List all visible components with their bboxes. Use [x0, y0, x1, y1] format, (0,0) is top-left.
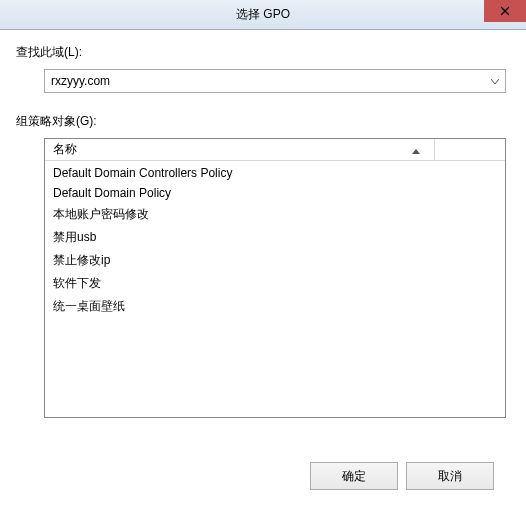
- chevron-down-icon: [491, 76, 499, 87]
- gpo-listbox[interactable]: 名称 Default Domain Controllers Policy Def…: [44, 138, 506, 418]
- gpo-item[interactable]: 软件下发: [45, 272, 505, 295]
- gpo-item[interactable]: 禁用usb: [45, 226, 505, 249]
- sort-ascending-icon: [412, 143, 420, 157]
- gpo-item[interactable]: 禁止修改ip: [45, 249, 505, 272]
- domain-label: 查找此域(L):: [16, 44, 510, 61]
- button-row: 确定 取消: [16, 462, 510, 490]
- gpo-item[interactable]: 本地账户密码修改: [45, 203, 505, 226]
- gpo-item[interactable]: Default Domain Policy: [45, 183, 505, 203]
- titlebar: 选择 GPO: [0, 0, 526, 30]
- close-button[interactable]: [484, 0, 526, 22]
- gpo-item[interactable]: Default Domain Controllers Policy: [45, 163, 505, 183]
- dialog-content: 查找此域(L): rxzyyy.com 组策略对象(G): 名称 Default…: [0, 30, 526, 504]
- gpo-section: 组策略对象(G): 名称 Default Domain Controllers …: [16, 113, 510, 418]
- close-icon: [500, 6, 510, 16]
- gpo-items: Default Domain Controllers Policy Defaul…: [45, 161, 505, 320]
- gpo-label: 组策略对象(G):: [16, 113, 510, 130]
- column-header-name-text: 名称: [53, 141, 77, 158]
- cancel-button[interactable]: 取消: [406, 462, 494, 490]
- window-title: 选择 GPO: [236, 6, 290, 23]
- domain-section: 查找此域(L): rxzyyy.com: [16, 44, 510, 93]
- column-header-blank: [435, 139, 505, 160]
- gpo-list-header: 名称: [45, 139, 505, 161]
- domain-select[interactable]: rxzyyy.com: [44, 69, 506, 93]
- column-header-name[interactable]: 名称: [45, 139, 435, 160]
- domain-select-value: rxzyyy.com: [51, 74, 110, 88]
- gpo-item[interactable]: 统一桌面壁纸: [45, 295, 505, 318]
- ok-button[interactable]: 确定: [310, 462, 398, 490]
